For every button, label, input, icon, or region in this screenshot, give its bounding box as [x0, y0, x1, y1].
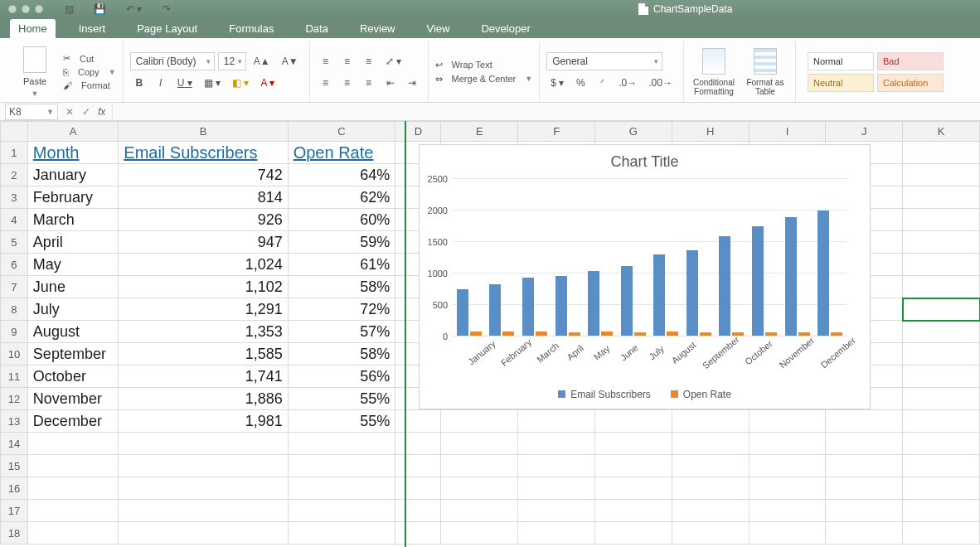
cell-B7[interactable]: 1,102	[119, 276, 288, 298]
cell-A14[interactable]	[27, 433, 118, 455]
cell-B4[interactable]: 926	[119, 209, 288, 231]
cell-A1[interactable]: Month	[27, 142, 118, 164]
cell-J17[interactable]	[826, 500, 903, 522]
column-header-B[interactable]: B	[119, 122, 288, 142]
tab-data[interactable]: Data	[297, 19, 336, 38]
cell-I16[interactable]	[749, 477, 826, 500]
bar-subscribers-April[interactable]	[555, 276, 567, 336]
row-header-15[interactable]: 15	[1, 455, 28, 477]
cell-K11[interactable]	[903, 365, 980, 388]
row-header-13[interactable]: 13	[1, 410, 28, 433]
fx-label[interactable]: fx	[98, 106, 105, 118]
bar-openrate-June[interactable]	[634, 332, 646, 336]
cell-K13[interactable]	[903, 410, 980, 433]
cell-B3[interactable]: 814	[119, 186, 288, 209]
row-header-17[interactable]: 17	[1, 500, 28, 522]
cell-K5[interactable]	[903, 231, 980, 254]
cell-H15[interactable]	[672, 455, 749, 477]
cell-A15[interactable]	[27, 455, 118, 477]
align-middle-button[interactable]: ≡	[338, 52, 357, 70]
cell-B10[interactable]: 1,585	[119, 343, 288, 365]
cell-G16[interactable]	[595, 477, 672, 500]
legend-series-1[interactable]: Email Subscribers	[558, 389, 651, 400]
align-left-button[interactable]: ≡	[317, 74, 335, 92]
cell-C1[interactable]: Open Rate	[288, 142, 395, 164]
enter-formula-button[interactable]: ✓	[78, 106, 95, 118]
cell-G14[interactable]	[595, 433, 672, 455]
cell-E13[interactable]	[441, 410, 518, 433]
border-button[interactable]: ▦ ▾	[200, 74, 225, 92]
cell-G15[interactable]	[595, 455, 672, 477]
currency-button[interactable]: $ ▾	[546, 74, 568, 92]
cell-J18[interactable]	[826, 522, 903, 545]
save-button[interactable]: 💾	[90, 0, 110, 18]
cell-C15[interactable]	[288, 455, 395, 477]
column-header-I[interactable]: I	[749, 122, 826, 142]
chart-plot-area[interactable]: 05001000150020002500	[453, 178, 847, 336]
cell-K14[interactable]	[903, 433, 980, 455]
cell-K18[interactable]	[903, 522, 980, 545]
row-header-12[interactable]: 12	[1, 388, 28, 410]
bar-subscribers-July[interactable]	[653, 254, 665, 336]
cell-B18[interactable]	[119, 522, 288, 545]
style-bad[interactable]: Bad	[877, 52, 944, 70]
tab-developer[interactable]: Developer	[473, 19, 538, 38]
cell-C3[interactable]: 62%	[288, 186, 395, 209]
row-header-7[interactable]: 7	[1, 276, 28, 298]
font-family-select[interactable]: Calibri (Body)	[130, 52, 215, 70]
cell-C6[interactable]: 61%	[288, 254, 395, 276]
cell-B2[interactable]: 742	[119, 164, 288, 186]
cell-K15[interactable]	[903, 455, 980, 477]
cell-K17[interactable]	[903, 500, 980, 522]
cell-C4[interactable]: 60%	[288, 209, 395, 231]
bar-subscribers-August[interactable]	[686, 250, 698, 336]
style-calculation[interactable]: Calculation	[877, 74, 944, 92]
cell-F16[interactable]	[518, 477, 595, 500]
cell-H13[interactable]	[672, 410, 749, 433]
cell-A13[interactable]: December	[27, 410, 118, 433]
cell-A18[interactable]	[27, 522, 118, 545]
cell-A9[interactable]: August	[27, 321, 118, 343]
cell-I15[interactable]	[749, 455, 826, 477]
row-header-8[interactable]: 8	[1, 298, 28, 321]
row-header-2[interactable]: 2	[1, 164, 28, 186]
cell-B12[interactable]: 1,886	[119, 388, 288, 410]
cell-J16[interactable]	[826, 477, 903, 500]
cell-I14[interactable]	[749, 433, 826, 455]
fill-color-button[interactable]: ◧ ▾	[228, 74, 253, 92]
bar-subscribers-May[interactable]	[588, 271, 599, 336]
increase-indent-button[interactable]: ⇥	[403, 74, 421, 92]
cell-A12[interactable]: November	[27, 388, 118, 410]
cell-A5[interactable]: April	[27, 231, 118, 254]
cell-B17[interactable]	[119, 500, 288, 522]
cell-B11[interactable]: 1,741	[119, 365, 288, 388]
cell-K3[interactable]	[903, 186, 980, 209]
font-color-button[interactable]: A ▾	[256, 74, 279, 92]
row-header-10[interactable]: 10	[1, 343, 28, 365]
cell-B13[interactable]: 1,981	[119, 410, 288, 433]
cell-K16[interactable]	[903, 477, 980, 500]
cell-B6[interactable]: 1,024	[119, 254, 288, 276]
number-format-select[interactable]: General	[546, 52, 662, 70]
cell-I17[interactable]	[749, 500, 826, 522]
cell-C12[interactable]: 55%	[288, 388, 395, 410]
cell-I13[interactable]	[749, 410, 826, 433]
align-top-button[interactable]: ≡	[317, 52, 335, 70]
cell-K12[interactable]	[903, 388, 980, 410]
cell-G18[interactable]	[595, 522, 672, 545]
row-header-5[interactable]: 5	[1, 231, 28, 254]
minimize-icon[interactable]	[22, 5, 30, 13]
bar-subscribers-November[interactable]	[785, 217, 797, 336]
cell-C10[interactable]: 58%	[288, 343, 395, 365]
increase-decimal-button[interactable]: .0→	[614, 74, 641, 92]
column-header-H[interactable]: H	[672, 122, 749, 142]
italic-button[interactable]: I	[152, 74, 170, 92]
tab-page-layout[interactable]: Page Layout	[129, 19, 206, 38]
cell-I18[interactable]	[749, 522, 826, 545]
row-header-16[interactable]: 16	[1, 477, 28, 500]
cell-A2[interactable]: January	[27, 164, 118, 186]
cell-C5[interactable]: 59%	[288, 231, 395, 254]
chevron-down-icon[interactable]: ▼	[32, 90, 39, 98]
style-normal[interactable]: Normal	[808, 52, 874, 70]
cell-H17[interactable]	[672, 500, 749, 522]
